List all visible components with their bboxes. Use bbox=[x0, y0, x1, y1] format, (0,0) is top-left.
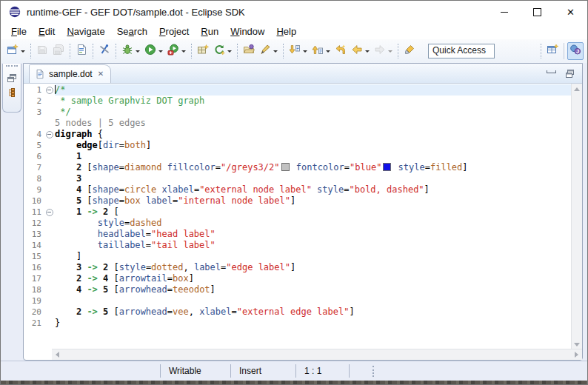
prev-annotation-button[interactable] bbox=[310, 43, 332, 59]
code-area[interactable]: 1/*2 * sample Graphviz DOT graph3 */5 no… bbox=[24, 84, 572, 329]
dropdown-arrow-icon[interactable] bbox=[303, 50, 307, 53]
maximize-editor-icon[interactable] bbox=[565, 69, 575, 78]
code-text[interactable]: * sample Graphviz DOT graph bbox=[55, 96, 572, 107]
line-number: 8 bbox=[24, 173, 44, 184]
open-element-button[interactable] bbox=[258, 43, 279, 59]
last-edit-location-button[interactable] bbox=[333, 43, 348, 59]
save-all-icon bbox=[53, 44, 64, 58]
menu-window[interactable]: Window bbox=[224, 24, 270, 38]
forward-button[interactable] bbox=[372, 43, 394, 59]
mark-occurrences-button[interactable] bbox=[402, 43, 417, 59]
new-java-project-button[interactable] bbox=[196, 43, 210, 59]
new-wizard-button[interactable] bbox=[5, 43, 27, 59]
menu-edit[interactable]: Edit bbox=[33, 24, 61, 38]
line-number: 18 bbox=[24, 284, 44, 295]
code-text[interactable]: edge[dir=both] bbox=[55, 140, 572, 151]
document-button[interactable] bbox=[74, 43, 89, 59]
trim-drag-handle[interactable] bbox=[6, 65, 18, 70]
line-number: 3 bbox=[24, 107, 44, 118]
tab-label: sample.dot bbox=[49, 69, 93, 79]
dropdown-arrow-icon[interactable] bbox=[181, 50, 186, 53]
line-number: 6 bbox=[24, 151, 44, 162]
quick-access-box[interactable]: Quick Access bbox=[428, 44, 495, 58]
menu-file[interactable]: File bbox=[5, 24, 33, 38]
synchronize-button[interactable] bbox=[212, 43, 233, 59]
code-line: 20 2 -> 5 [arrowhead=vee, xlabel="extern… bbox=[24, 307, 572, 318]
menu-run[interactable]: Run bbox=[195, 24, 224, 38]
code-text[interactable]: 1 bbox=[55, 151, 572, 162]
code-text[interactable]: 5 [shape=box label="internal node label"… bbox=[55, 195, 572, 207]
debug-button[interactable] bbox=[120, 43, 141, 59]
dropdown-arrow-icon[interactable] bbox=[21, 50, 25, 53]
save-button[interactable] bbox=[35, 43, 50, 59]
code-text[interactable] bbox=[55, 295, 572, 307]
horizontal-scrollbar[interactable] bbox=[52, 349, 582, 360]
dropdown-arrow-icon[interactable] bbox=[326, 50, 330, 53]
skip-breakpoints-button[interactable] bbox=[97, 43, 112, 59]
fold-column bbox=[44, 129, 55, 140]
code-text[interactable]: 4 -> 5 [arrowhead=teeodot] bbox=[55, 284, 572, 295]
dropdown-arrow-icon[interactable] bbox=[388, 50, 392, 53]
coverage-button[interactable] bbox=[166, 43, 187, 59]
code-text[interactable]: 1 -> 2 [ bbox=[55, 207, 572, 218]
menu-help[interactable]: Help bbox=[270, 24, 302, 38]
toolbar-separator bbox=[30, 44, 31, 58]
vertical-scrollbar[interactable] bbox=[571, 84, 582, 350]
line-number: 19 bbox=[24, 295, 44, 307]
editor-tab-bar: sample.dot ✕ bbox=[24, 64, 582, 84]
minimize-icon bbox=[501, 12, 508, 13]
restore-view-icon[interactable] bbox=[6, 73, 18, 84]
menu-project[interactable]: Project bbox=[153, 24, 195, 38]
code-text[interactable]: /* bbox=[55, 84, 572, 96]
window-bottom-edge bbox=[1, 381, 587, 384]
code-text[interactable]: style=dashed bbox=[55, 218, 572, 229]
toolbar-separator bbox=[283, 44, 284, 58]
code-text[interactable]: taillabel="tail label" bbox=[55, 240, 572, 251]
fold-column bbox=[44, 162, 55, 173]
dropdown-arrow-icon[interactable] bbox=[158, 50, 163, 53]
code-text[interactable]: 2 -> 4 [arrowtail=box] bbox=[55, 273, 572, 284]
run-button[interactable] bbox=[143, 43, 164, 59]
tab-sample-dot[interactable]: sample.dot ✕ bbox=[29, 64, 111, 83]
code-text[interactable]: } bbox=[55, 318, 572, 329]
save-all-button[interactable] bbox=[51, 43, 66, 59]
back-button[interactable] bbox=[350, 43, 371, 59]
menu-navigate[interactable]: Navigate bbox=[61, 24, 110, 38]
fold-column bbox=[44, 318, 55, 329]
code-text[interactable]: headlabel="head label" bbox=[55, 229, 572, 240]
file-icon bbox=[35, 69, 45, 79]
fold-collapse-icon[interactable] bbox=[46, 131, 53, 138]
dropdown-arrow-icon[interactable] bbox=[136, 50, 140, 53]
line-number: 16 bbox=[24, 262, 44, 273]
code-text[interactable]: */ bbox=[55, 107, 572, 118]
code-text[interactable]: digraph { bbox=[55, 129, 572, 140]
dropdown-arrow-icon[interactable] bbox=[365, 50, 370, 53]
minimize-button[interactable] bbox=[487, 1, 521, 23]
next-annotation-icon bbox=[289, 44, 301, 58]
debug-icon bbox=[121, 44, 133, 58]
maximize-button[interactable] bbox=[521, 1, 554, 23]
outline-view-icon[interactable] bbox=[6, 87, 18, 98]
fold-collapse-icon[interactable] bbox=[46, 209, 53, 216]
minimize-editor-icon[interactable] bbox=[547, 70, 556, 73]
code-text[interactable]: 2 -> 5 [arrowhead=vee, xlabel="external … bbox=[55, 307, 572, 318]
close-button[interactable]: ✕ bbox=[554, 1, 587, 23]
next-annotation-button[interactable] bbox=[287, 43, 309, 59]
open-folder-button[interactable] bbox=[241, 43, 256, 59]
code-text[interactable]: 2 [shape=diamond fillcolor="/greys3/2" f… bbox=[55, 162, 572, 173]
tab-close-icon[interactable]: ✕ bbox=[98, 70, 104, 78]
open-perspective-button[interactable] bbox=[544, 42, 561, 60]
status-separator bbox=[349, 364, 350, 378]
fold-column bbox=[44, 84, 55, 96]
dropdown-arrow-icon[interactable] bbox=[227, 50, 232, 53]
code-text[interactable]: ] bbox=[55, 251, 572, 262]
code-text[interactable]: 4 [shape=circle xlabel="external node la… bbox=[55, 184, 572, 195]
java-perspective-button[interactable]: J bbox=[567, 42, 584, 60]
toolbar-separator bbox=[541, 44, 541, 58]
code-text[interactable]: 3 -> 2 [style=dotted, label="edge label"… bbox=[55, 262, 572, 273]
menu-search[interactable]: Search bbox=[111, 24, 153, 38]
dropdown-arrow-icon[interactable] bbox=[273, 50, 278, 53]
code-text[interactable]: 3 bbox=[55, 173, 572, 184]
line-number: 7 bbox=[24, 162, 44, 173]
fold-collapse-icon[interactable] bbox=[46, 87, 53, 94]
